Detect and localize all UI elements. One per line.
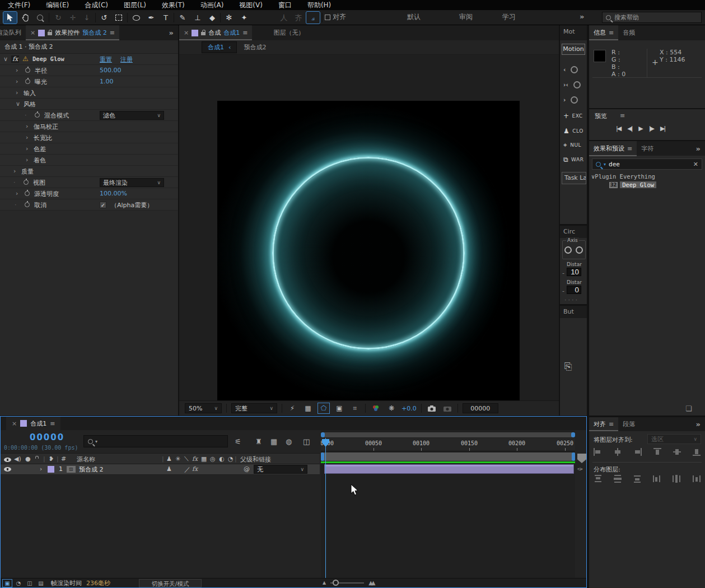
tab-composition[interactable]: × 合成 合成1 ≡ [179, 25, 252, 40]
tab-character[interactable]: 字符 [637, 141, 658, 156]
work-area-end-handle[interactable] [572, 452, 575, 461]
distribute-center-v-button[interactable] [613, 475, 622, 483]
number-column[interactable]: # [61, 455, 66, 463]
align-top-button[interactable] [653, 448, 662, 456]
frame-blend-icon[interactable]: ▦ [270, 437, 277, 446]
render-time-toggle-icon[interactable]: ▣ [3, 580, 12, 587]
workspace-default[interactable]: 默认 [407, 12, 421, 22]
expand-icon[interactable]: ∨ [3, 55, 8, 63]
reset-link[interactable]: 重置 [100, 55, 112, 64]
layer-label-chip[interactable] [48, 466, 54, 473]
local-axis-mode-icon[interactable]: 人 [277, 12, 291, 24]
shy-toggle-icon[interactable]: ▤ [36, 580, 45, 587]
warp-button[interactable]: ⧉WAR [563, 156, 583, 164]
puppet-pin-tool-icon[interactable]: ✦ [237, 12, 251, 24]
world-axis-mode-icon[interactable]: 齐 [292, 12, 305, 24]
region-of-interest-icon[interactable]: ▣ [334, 403, 345, 413]
align-right-button[interactable] [633, 448, 642, 456]
time-navigator[interactable] [321, 432, 575, 437]
blend-mode-dropdown[interactable]: 滤色∨ [100, 111, 164, 120]
effects-search-input[interactable] [609, 161, 687, 168]
selection-tool-icon[interactable] [3, 12, 17, 24]
layer-name[interactable]: 预合成 2 [79, 465, 104, 474]
work-area-bar[interactable] [324, 452, 572, 461]
distribute-center-h-button[interactable] [673, 475, 681, 483]
clone-stamp-tool-icon[interactable]: ⊥ [191, 12, 204, 24]
register-link[interactable]: 注册 [120, 55, 133, 64]
current-time-display[interactable]: 00000 [30, 432, 64, 442]
panel-menu-icon[interactable]: ≡ [620, 112, 625, 119]
tab-overflow-chevron[interactable]: » [696, 420, 705, 428]
pen-tool-icon[interactable]: ✒ [144, 12, 158, 24]
expand-icon[interactable]: › [16, 67, 18, 74]
camera-tool-icon[interactable] [112, 12, 125, 24]
tab-effect-controls[interactable]: × 效果控件 预合成 2 ≡ [26, 25, 119, 40]
distribute-top-button[interactable] [594, 475, 603, 483]
fx-badge-icon[interactable]: fx [11, 55, 19, 63]
composition-flowchart-icon[interactable]: ⚟ [235, 437, 241, 446]
show-snapshot-icon[interactable] [442, 403, 453, 413]
pickwhip-icon[interactable]: @ [244, 465, 250, 473]
view-axis-mode-icon[interactable]: ⟓ [306, 12, 320, 24]
distribute-bottom-button[interactable] [633, 475, 642, 483]
mask-visibility-icon[interactable]: ⬠ [318, 403, 329, 413]
stopwatch-icon[interactable] [25, 191, 30, 196]
flow-tab-precomp2[interactable]: 预合成2 [238, 42, 272, 53]
exposure-icon[interactable]: ❋ [386, 403, 397, 413]
composition-mini-flowchart-icon[interactable]: ◔ [14, 580, 23, 587]
align-center-h-button[interactable] [613, 448, 622, 456]
new-folder-icon[interactable]: ❏ [685, 404, 692, 413]
menu-edit[interactable]: 编辑(E) [38, 1, 77, 10]
workspace-learn[interactable]: 学习 [502, 12, 516, 22]
group-row-style[interactable]: ∨ 风格 [0, 99, 178, 110]
tab-but[interactable]: But [563, 308, 574, 315]
shape-tool-icon[interactable] [129, 12, 143, 24]
distribute-left-button[interactable] [653, 475, 662, 483]
adjustment-switch-icon[interactable]: ◐ [219, 455, 225, 463]
property-row-radius[interactable]: › 半径 500.00 [0, 65, 178, 76]
orbit-camera-tool-icon[interactable]: ↻ [52, 12, 65, 24]
menu-window[interactable]: 窗口 [270, 1, 300, 10]
navigator-start-handle[interactable] [321, 432, 325, 437]
pan-camera-tool-icon[interactable]: ✛ [66, 12, 80, 24]
snap-toggle[interactable]: 对齐 [325, 12, 346, 22]
zoom-slider-knob[interactable] [333, 580, 339, 586]
tab-effects-presets[interactable]: 效果和预设≡ [589, 141, 637, 156]
property-row-source-opacity[interactable]: › 源透明度 100.00% [0, 188, 178, 199]
align-bottom-button[interactable] [692, 448, 701, 456]
timeline-zoom-slider[interactable] [330, 582, 364, 584]
zoom-in-mountain-icon[interactable]: ▲▲ [368, 580, 373, 586]
video-column-icon[interactable] [4, 458, 11, 462]
tab-layer-viewer[interactable]: 图层（无） [269, 25, 309, 40]
play-button[interactable]: ▶ [638, 125, 642, 132]
anchor-right-button[interactable]: › [563, 96, 578, 104]
next-frame-button[interactable]: |▶ [649, 125, 653, 132]
group-row-chromatic[interactable]: › 色差 [0, 143, 178, 155]
menu-layer[interactable]: 图层(L) [116, 1, 154, 10]
collapse-switch-icon[interactable]: ✳ [175, 455, 180, 463]
null-button[interactable]: ⌖NUL [563, 141, 581, 149]
shy-switch-icon[interactable]: ♟ [166, 455, 172, 463]
panel-menu-icon[interactable]: ≡ [627, 145, 632, 152]
brush-tool-icon[interactable]: ✎ [176, 12, 189, 24]
align-to-dropdown[interactable]: 选区∨ [647, 434, 701, 444]
solo-column-icon[interactable]: ● [25, 455, 31, 463]
help-search-field[interactable]: 搜索帮助 [602, 12, 702, 23]
panel-menu-icon[interactable]: ≡ [110, 29, 115, 36]
menu-effect[interactable]: 效果(T) [154, 1, 193, 10]
toggle-switches-modes-button[interactable]: 切换开关/模式 [139, 579, 202, 587]
effect-name[interactable]: Deep Glow [32, 55, 64, 62]
workspace-overflow-chevron[interactable]: » [580, 12, 584, 21]
previous-frame-button[interactable]: ◀| [627, 125, 632, 132]
composition-frame[interactable] [217, 101, 520, 403]
tab-preview[interactable]: 预览 [595, 112, 607, 120]
menu-composition[interactable]: 合成(C) [77, 1, 116, 10]
zoom-tool-icon[interactable] [33, 12, 46, 24]
motion-blur-switch-icon[interactable]: ◎ [210, 455, 216, 463]
expand-icon[interactable]: › [16, 89, 18, 96]
roto-brush-tool-icon[interactable]: ✻ [222, 12, 236, 24]
group-row-tint[interactable]: › 着色 [0, 155, 178, 166]
composition-viewport[interactable] [179, 55, 559, 400]
property-value[interactable]: 100.00% [100, 190, 127, 197]
snapshot-icon[interactable] [426, 403, 437, 413]
